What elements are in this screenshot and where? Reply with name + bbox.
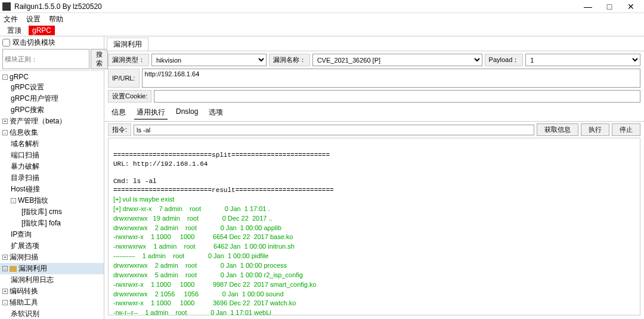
tree-item[interactable]: 目录扫描 <box>0 172 104 184</box>
menu-bar: 文件 设置 帮助 <box>0 13 644 25</box>
window-title: Railgun1.5.5.0 By lz520520 <box>14 2 577 11</box>
expander-icon[interactable]: - <box>2 75 8 80</box>
expander-icon[interactable]: - <box>2 130 8 135</box>
tree-item-label: 漏洞利用 <box>18 264 47 274</box>
app-icon <box>2 2 11 11</box>
input-cmd[interactable] <box>134 125 534 135</box>
tree-item[interactable]: 域名解析 <box>0 138 104 150</box>
tree-item[interactable]: gRPC设置 <box>0 82 104 93</box>
command-row: 指令: 获取信息 执行 停止 <box>104 122 644 138</box>
expander-icon[interactable]: - <box>2 300 8 305</box>
button-stop[interactable]: 停止 <box>612 123 640 136</box>
tree-item[interactable]: 端口扫描 <box>0 150 104 161</box>
toggle-module-checkbox[interactable] <box>2 39 10 47</box>
top-tabs-row: 置顶 gRPC <box>0 25 644 36</box>
tree-item[interactable]: 杀软识别 <box>0 308 104 319</box>
select-payload[interactable]: 1 <box>525 54 640 66</box>
tree-item-label: gRPC设置 <box>11 82 44 92</box>
tree-item[interactable]: [指纹库] fofa <box>0 218 104 229</box>
tree-item[interactable]: 漏洞利用日志 <box>0 274 104 286</box>
sidebar-header: 双击切换模块 搜索 <box>0 36 104 71</box>
inner-tab-exec[interactable]: 通用执行 <box>134 106 168 120</box>
close-button[interactable]: ✕ <box>620 2 642 11</box>
tree-item-label: 辅助工具 <box>10 298 38 308</box>
label-vuln-name: 漏洞名称： <box>269 54 310 66</box>
label-cmd: 指令: <box>108 123 131 136</box>
input-ipurl[interactable] <box>142 69 640 88</box>
tab-pin[interactable]: 置顶 <box>4 25 25 36</box>
input-cookie[interactable] <box>154 90 640 103</box>
label-ipurl: IP/URL: <box>108 69 140 88</box>
toggle-module-label: 双击切换模块 <box>13 38 55 48</box>
content-tabs: 漏洞利用 <box>104 36 644 51</box>
tree-item-label: gRPC搜索 <box>11 105 44 115</box>
tab-exploit[interactable]: 漏洞利用 <box>107 38 148 51</box>
menu-settings[interactable]: 设置 <box>26 14 41 24</box>
inner-tabs: 信息 通用执行 Dnslog 选项 <box>104 105 644 122</box>
title-bar: Railgun1.5.5.0 By lz520520 — □ ✕ <box>0 0 644 13</box>
tree-item-label: [指纹库] cms <box>21 207 62 217</box>
tree-item-label: 目录扫描 <box>11 173 39 183</box>
tree-item[interactable]: [指纹库] cms <box>0 206 104 218</box>
tree-item-label: WEB指纹 <box>18 196 48 206</box>
expander-icon[interactable]: + <box>2 255 8 260</box>
select-vuln-type[interactable]: hikvision <box>151 54 267 66</box>
tree-item-label: IP查询 <box>11 230 32 240</box>
button-exec[interactable]: 执行 <box>581 123 609 136</box>
tree-item[interactable]: -WEB指纹 <box>0 195 104 206</box>
tree-item-label: 杀软识别 <box>11 309 39 319</box>
expander-icon[interactable]: + <box>2 119 8 124</box>
tree-item[interactable]: -漏洞利用 <box>0 263 104 274</box>
tree-item[interactable]: Host碰撞 <box>0 184 104 195</box>
tree-item-label: [指纹库] fofa <box>21 218 61 228</box>
tree-item-label: 暴力破解 <box>11 162 39 172</box>
sidebar: 双击切换模块 搜索 -gRPCgRPC设置gRPC用户管理gRPC搜索+资产管理… <box>0 36 104 319</box>
inner-tab-options[interactable]: 选项 <box>206 106 225 120</box>
tree-item-label: gRPC用户管理 <box>11 94 58 104</box>
tree-item-label: 信息收集 <box>10 128 38 138</box>
tab-grpc[interactable]: gRPC <box>29 26 55 35</box>
module-filter-input[interactable] <box>2 49 89 69</box>
menu-help[interactable]: 帮助 <box>49 14 63 24</box>
tree-item[interactable]: +编码转换 <box>0 286 104 297</box>
inner-tab-info[interactable]: 信息 <box>109 106 128 120</box>
output-console[interactable]: =========================split==========… <box>108 138 640 315</box>
label-cookie: 设置Cookie: <box>108 90 151 103</box>
label-payload: Payload： <box>485 54 524 66</box>
tree-item-label: 资产管理（beta） <box>10 116 66 126</box>
folder-icon <box>10 266 17 272</box>
expander-icon[interactable]: - <box>2 266 8 271</box>
tree-item-label: 端口扫描 <box>11 150 39 160</box>
main-area: 双击切换模块 搜索 -gRPCgRPC设置gRPC用户管理gRPC搜索+资产管理… <box>0 36 644 319</box>
tree-item-label: Host碰撞 <box>11 184 40 194</box>
tree-item[interactable]: 扩展选项 <box>0 240 104 252</box>
exploit-form: 漏洞类型： hikvision 漏洞名称： CVE_2021_36260 [P]… <box>104 51 644 105</box>
module-tree: -gRPCgRPC设置gRPC用户管理gRPC搜索+资产管理（beta）-信息收… <box>0 71 104 319</box>
tree-item-label: gRPC <box>10 73 29 81</box>
minimize-button[interactable]: — <box>577 2 599 11</box>
content-panel: 漏洞利用 漏洞类型： hikvision 漏洞名称： CVE_2021_3626… <box>104 36 644 319</box>
tree-item[interactable]: -gRPC <box>0 72 104 82</box>
expander-icon[interactable]: - <box>11 198 16 203</box>
tree-item[interactable]: -信息收集 <box>0 127 104 138</box>
tree-item[interactable]: +资产管理（beta） <box>0 116 104 127</box>
tree-item-label: 漏洞利用日志 <box>11 275 54 285</box>
tree-item-label: 扩展选项 <box>11 241 39 251</box>
tree-item[interactable]: +漏洞扫描 <box>0 252 104 263</box>
tree-item[interactable]: gRPC用户管理 <box>0 93 104 104</box>
tree-item[interactable]: IP查询 <box>0 229 104 240</box>
expander-icon[interactable]: + <box>2 289 8 294</box>
menu-file[interactable]: 文件 <box>4 14 18 24</box>
inner-tab-dnslog[interactable]: Dnslog <box>174 106 200 120</box>
tree-item[interactable]: gRPC搜索 <box>0 104 104 116</box>
label-vuln-type: 漏洞类型： <box>108 54 149 66</box>
tree-item[interactable]: -辅助工具 <box>0 297 104 308</box>
button-getinfo[interactable]: 获取信息 <box>537 123 578 136</box>
tree-item[interactable]: 暴力破解 <box>0 161 104 172</box>
select-vuln-name[interactable]: CVE_2021_36260 [P] <box>312 54 482 66</box>
tree-item-label: 漏洞扫描 <box>10 252 38 262</box>
tree-item-label: 编码转换 <box>10 286 38 296</box>
maximize-button[interactable]: □ <box>599 2 620 11</box>
tree-item-label: 域名解析 <box>11 139 39 149</box>
